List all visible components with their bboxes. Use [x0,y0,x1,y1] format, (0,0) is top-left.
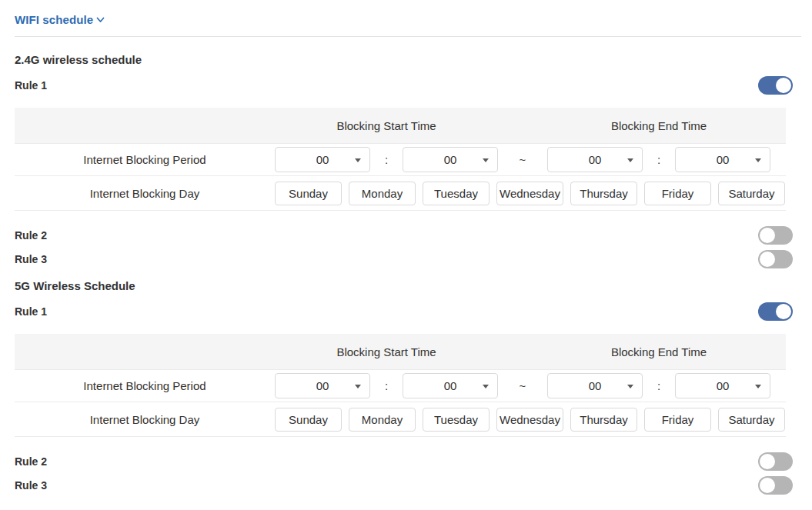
rule-3-toggle[interactable] [758,476,793,495]
divider [15,36,801,37]
wifi-schedule-page: WIFI schedule 2.4G wireless schedule Rul… [0,0,812,495]
toggle-knob [776,78,791,93]
caret-down-icon [483,158,489,162]
rule-2-label: Rule 2 [15,455,47,468]
blocking-start-time-header: Blocking Start Time [275,119,498,132]
end-hour-select[interactable]: 00 [547,147,643,172]
schedule-table-5g: Blocking Start Time Blocking End Time In… [15,334,786,437]
colon-separator: : [643,379,675,392]
day-button-tuesday[interactable]: Tuesday [423,182,490,205]
caret-down-icon [355,385,361,388]
rule-row-3: Rule 3 [15,250,801,268]
section-2-4g: 2.4G wireless schedule Rule 1 Blocking S… [15,53,801,268]
colon-separator: : [643,153,675,166]
blocking-period-row: Internet Blocking Period 00 : 00 ~ 00 [15,143,786,175]
toggle-knob [760,454,775,469]
day-button-saturday[interactable]: Saturday [718,182,785,205]
blocking-period-row: Internet Blocking Period 00 : 00 ~ 00 [15,369,786,402]
end-hour-select[interactable]: 00 [547,373,643,398]
rule-3-toggle[interactable] [758,250,793,268]
rule-1-toggle[interactable] [758,76,793,95]
day-button-sunday[interactable]: Sunday [275,408,342,432]
colon-separator: : [370,379,403,392]
section-title-2-4g: 2.4G wireless schedule [15,53,801,66]
start-hour-select[interactable]: 00 [275,373,370,398]
end-minute-select[interactable]: 00 [675,147,770,172]
blocking-period-label: Internet Blocking Period [15,153,275,166]
rule-1-label: Rule 1 [15,305,47,318]
tilde-separator: ~ [498,153,547,166]
rule-row-1: Rule 1 [15,302,801,321]
day-button-saturday[interactable]: Saturday [718,408,785,432]
rule-2-toggle[interactable] [758,226,793,245]
section-title-5g: 5G Wireless Schedule [15,279,801,292]
caret-down-icon [627,385,633,388]
toggle-knob [760,252,775,267]
blocking-day-label: Internet Blocking Day [15,413,275,426]
rule-1-toggle[interactable] [758,302,793,321]
chevron-down-icon [95,14,106,25]
day-button-friday[interactable]: Friday [644,182,711,205]
blocking-start-time-header: Blocking Start Time [275,345,498,358]
caret-down-icon [627,158,633,162]
day-button-monday[interactable]: Monday [349,182,416,205]
caret-down-icon [355,158,361,162]
rule-2-label: Rule 2 [15,229,47,242]
rule-3-label: Rule 3 [15,253,47,265]
blocking-end-time-header: Blocking End Time [547,119,770,132]
start-minute-select[interactable]: 00 [403,373,498,398]
day-button-thursday[interactable]: Thursday [570,408,637,432]
rule-row-2: Rule 2 [15,452,801,471]
section-5g: 5G Wireless Schedule Rule 1 Blocking Sta… [15,279,801,495]
blocking-period-label: Internet Blocking Period [15,379,275,392]
table-header-row: Blocking Start Time Blocking End Time [15,108,786,143]
blocking-day-row: Internet Blocking Day Sunday Monday Tues… [15,402,786,437]
wifi-schedule-panel-toggle[interactable]: WIFI schedule [15,11,801,28]
toggle-knob [760,478,775,493]
caret-down-icon [483,385,489,388]
end-minute-select[interactable]: 00 [675,373,770,398]
day-button-wednesday[interactable]: Wednesday [496,182,563,205]
rule-3-label: Rule 3 [15,479,47,492]
tilde-separator: ~ [498,379,547,392]
blocking-day-row: Internet Blocking Day Sunday Monday Tues… [15,175,786,211]
day-button-wednesday[interactable]: Wednesday [496,408,563,432]
toggle-knob [760,228,775,243]
rule-row-1: Rule 1 [15,76,801,95]
caret-down-icon [755,158,761,162]
start-minute-select[interactable]: 00 [403,147,498,172]
colon-separator: : [370,153,403,166]
day-button-friday[interactable]: Friday [644,408,711,432]
caret-down-icon [755,385,761,388]
day-button-thursday[interactable]: Thursday [570,182,637,205]
rule-1-label: Rule 1 [15,79,47,92]
rule-row-3: Rule 3 [15,476,801,495]
schedule-table-2-4g: Blocking Start Time Blocking End Time In… [15,108,786,211]
blocking-end-time-header: Blocking End Time [547,345,770,358]
table-header-row: Blocking Start Time Blocking End Time [15,334,786,369]
day-button-sunday[interactable]: Sunday [275,182,342,205]
day-button-monday[interactable]: Monday [349,408,416,432]
toggle-knob [776,304,791,319]
rule-row-2: Rule 2 [15,226,801,245]
start-hour-select[interactable]: 00 [275,147,370,172]
blocking-day-label: Internet Blocking Day [15,187,275,200]
panel-title: WIFI schedule [15,13,93,26]
rule-2-toggle[interactable] [758,452,793,471]
day-button-tuesday[interactable]: Tuesday [423,408,490,432]
